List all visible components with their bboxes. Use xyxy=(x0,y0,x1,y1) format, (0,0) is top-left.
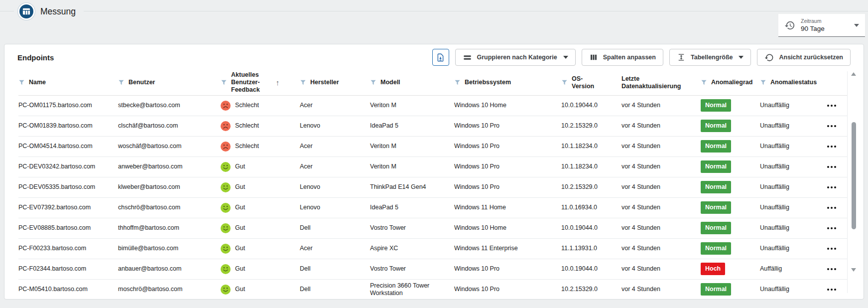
table-row: PC-OM01839.bartoso.comclschäf@bartoso.co… xyxy=(18,116,847,136)
sort-ascending-icon[interactable]: ↑ xyxy=(276,78,280,87)
table-header-row: NameBenutzerAktuelles Benutzer- Feedback… xyxy=(18,70,847,95)
cell-benutzer: clschäf@bartoso.com xyxy=(118,116,221,136)
row-actions-button[interactable] xyxy=(826,225,837,231)
cell-letzte_aktualisierung: vor 4 Stunden xyxy=(621,116,701,136)
cell-modell: IdeaPad 5 xyxy=(370,197,454,218)
cell-hersteller: Acer xyxy=(300,136,370,156)
anomaly-level-badge: Normal xyxy=(701,140,731,153)
row-actions-button[interactable] xyxy=(826,266,837,272)
cell-name: PC-OM01175.bartoso.com xyxy=(18,95,118,116)
table-row: PC-OM04514.bartoso.comwoschäf@bartoso.co… xyxy=(18,136,847,156)
anomaly-level-badge: Normal xyxy=(701,181,731,193)
filter-icon[interactable] xyxy=(221,79,227,86)
cell-anomaliestatus: Unauffällig xyxy=(760,156,826,177)
anomaly-level-badge: Hoch xyxy=(701,263,725,275)
row-actions-button[interactable] xyxy=(826,144,837,150)
period-select[interactable]: Zeitraum 90 Tage xyxy=(778,14,865,37)
toolbar-button-gruppieren-nach-kategorie[interactable]: Gruppieren nach Kategorie xyxy=(455,49,576,66)
row-actions-button[interactable] xyxy=(826,103,837,109)
cell-actions xyxy=(826,259,847,279)
sad-face-icon xyxy=(221,101,231,111)
filter-icon[interactable] xyxy=(760,79,766,86)
cell-betriebssystem: Windows 10 Pro xyxy=(454,177,561,197)
cell-actions xyxy=(826,136,847,156)
toolbar-button-ansicht-zur-cksetzen[interactable]: Ansicht zurücksetzen xyxy=(757,49,851,66)
cell-actions xyxy=(826,116,847,136)
cell-hersteller: Dell xyxy=(300,259,370,279)
export-button[interactable] xyxy=(432,49,449,66)
cell-actions xyxy=(826,238,847,259)
column-header-letzte_aktualisierung[interactable]: Letzte Datenaktualisierung xyxy=(621,70,701,95)
cell-feedback: Schlecht xyxy=(221,116,300,136)
column-header-hersteller[interactable]: Hersteller xyxy=(300,70,370,95)
scrollbar-down-icon[interactable] xyxy=(851,268,856,272)
row-actions-button[interactable] xyxy=(826,184,837,190)
cell-anomaliestatus: Unauffällig xyxy=(760,116,826,136)
table-chart-icon xyxy=(21,6,31,16)
happy-face-icon xyxy=(221,264,231,274)
cell-feedback: Gut xyxy=(221,238,300,259)
cell-modell: Veriton M xyxy=(370,95,454,116)
table-row: PC-F00233.bartoso.combimülle@bartoso.com… xyxy=(18,238,847,259)
toolbar-button-spalten-anpassen[interactable]: Spalten anpassen xyxy=(582,49,663,66)
table-row: PC-EV07392.bartoso.comchschrö@bartoso.co… xyxy=(18,197,847,218)
cell-anomaliegrad: Normal xyxy=(701,95,760,116)
column-header-os_version[interactable]: OS- Version xyxy=(561,70,621,95)
cell-modell: IdeaPad 5 xyxy=(370,116,454,136)
cell-betriebssystem: Windows 10 Pro xyxy=(454,259,561,279)
column-header-betriebssystem[interactable]: Betriebssystem xyxy=(454,70,561,95)
happy-face-icon xyxy=(221,162,231,172)
cell-os_version: 10.0.19044.0 xyxy=(561,218,621,238)
cell-betriebssystem: Windows 10 Pro xyxy=(454,279,561,300)
group-rows-icon xyxy=(463,53,472,62)
filter-icon[interactable] xyxy=(701,79,707,86)
row-actions-button[interactable] xyxy=(826,164,837,170)
filter-icon[interactable] xyxy=(118,79,124,86)
cell-anomaliegrad: Normal xyxy=(701,238,760,259)
row-actions-button[interactable] xyxy=(826,123,837,129)
cell-anomaliegrad: Normal xyxy=(701,218,760,238)
cell-name: PC-M05410.bartoso.com xyxy=(18,279,118,300)
column-header-name[interactable]: Name xyxy=(18,70,118,95)
toolbar-button-tabellengr-e[interactable]: Tabellengröße xyxy=(669,49,751,66)
cell-modell: Vostro Tower xyxy=(370,259,454,279)
cell-feedback: Gut xyxy=(221,259,300,279)
cell-anomaliestatus: Unauffällig xyxy=(760,238,826,259)
cell-anomaliegrad: Hoch xyxy=(701,259,760,279)
chevron-down-icon xyxy=(563,56,568,59)
cell-name: PC-DEV05335.bartoso.com xyxy=(18,177,118,197)
table-toolbar: Gruppieren nach KategorieSpalten anpasse… xyxy=(432,49,851,66)
row-actions-button[interactable] xyxy=(826,287,837,293)
column-header-feedback[interactable]: Aktuelles Benutzer- Feedback↑ xyxy=(221,70,300,95)
vertical-scrollbar[interactable] xyxy=(851,72,856,272)
scroll-area-border xyxy=(847,71,848,293)
row-actions-button[interactable] xyxy=(826,246,837,252)
column-header-modell[interactable]: Modell xyxy=(370,70,454,95)
page-title: Messung xyxy=(40,6,76,17)
filter-icon[interactable] xyxy=(561,79,568,86)
cell-anomaliegrad: Normal xyxy=(701,156,760,177)
cell-betriebssystem: Windows 11 Home xyxy=(454,197,561,218)
scrollbar-thumb[interactable] xyxy=(852,122,856,229)
cell-betriebssystem: Windows 10 Pro xyxy=(454,136,561,156)
column-header-anomaliestatus[interactable]: Anomaliestatus xyxy=(760,70,826,95)
filter-icon[interactable] xyxy=(454,79,461,86)
cell-anomaliestatus: Unauffällig xyxy=(760,218,826,238)
row-actions-button[interactable] xyxy=(826,205,837,211)
filter-icon[interactable] xyxy=(300,79,306,86)
table-row: PC-DEV03242.bartoso.comanweber@bartoso.c… xyxy=(18,156,847,177)
scrollbar-up-icon[interactable] xyxy=(851,72,856,76)
anomaly-level-badge: Normal xyxy=(701,242,731,255)
cell-feedback: Gut xyxy=(221,156,300,177)
filter-icon[interactable] xyxy=(18,79,25,86)
cell-actions xyxy=(826,218,847,238)
cell-benutzer: woschäf@bartoso.com xyxy=(118,136,221,156)
period-select-value: 90 Tage xyxy=(801,25,825,33)
cell-anomaliestatus: Unauffällig xyxy=(760,95,826,116)
filter-icon[interactable] xyxy=(370,79,376,86)
table-row: PC-M05410.bartoso.commoschrö@bartoso.com… xyxy=(18,279,847,300)
column-header-benutzer[interactable]: Benutzer xyxy=(118,70,221,95)
column-header-anomaliegrad[interactable]: Anomaliegrad xyxy=(701,70,760,95)
cell-anomaliestatus: Unauffällig xyxy=(760,177,826,197)
cell-name: PC-OM04514.bartoso.com xyxy=(18,136,118,156)
